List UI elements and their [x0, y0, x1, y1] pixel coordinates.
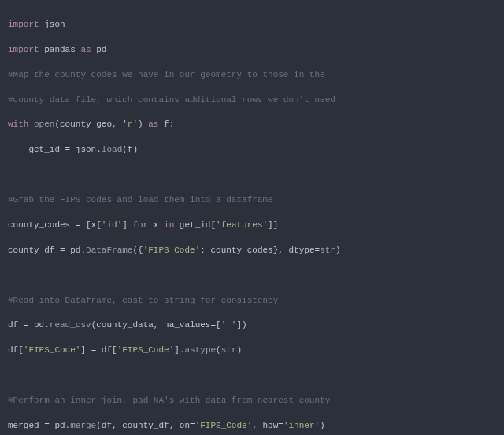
code-line: county_df = pd.DataFrame({'FIPS_Code': c…: [8, 245, 496, 257]
code-line: import pandas as pd: [8, 44, 496, 57]
comment-line: #Read into Dataframe, cast to string for…: [8, 295, 496, 308]
code-line: df['FIPS_Code'] = df['FIPS_Code'].astype…: [8, 345, 496, 357]
blank-line: [8, 169, 496, 182]
code-line: get_id = json.load(f): [8, 144, 496, 157]
blank-line: [8, 270, 496, 282]
code-line: merged = pd.merge(df, county_df, on='FIP…: [8, 420, 496, 433]
comment-line: #Map the county codes we have in our geo…: [8, 69, 496, 82]
code-line: df = pd.read_csv(county_data, na_values=…: [8, 319, 496, 332]
comment-line: #county data file, which contains additi…: [8, 94, 496, 107]
comment-line: #Grab the FIPS codes and load them into …: [8, 194, 496, 207]
code-line: import json: [8, 19, 496, 31]
comment-line: #Perform an inner join, pad NA's with da…: [8, 395, 496, 407]
code-line: with open(county_geo, 'r') as f:: [8, 119, 496, 131]
code-editor: import json import pandas as pd #Map the…: [0, 0, 504, 435]
code-line: county_codes = [x['id'] for x in get_id[…: [8, 219, 496, 232]
blank-line: [8, 370, 496, 382]
